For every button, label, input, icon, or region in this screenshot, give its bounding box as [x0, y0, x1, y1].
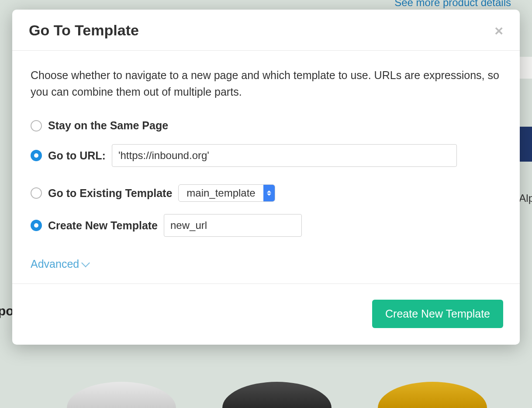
bg-text: po [0, 304, 14, 318]
option-label: Stay on the Same Page [48, 119, 168, 132]
radio-url[interactable] [31, 150, 42, 161]
template-select[interactable]: main_template [178, 184, 275, 202]
select-stepper-icon[interactable] [263, 185, 275, 201]
option-stay-same-page[interactable]: Stay on the Same Page [31, 119, 501, 132]
option-label: Go to Existing Template [48, 187, 172, 200]
radio-existing[interactable] [31, 187, 42, 199]
chevron-down-icon [81, 259, 90, 267]
modal-title: Go To Template [29, 22, 139, 39]
option-go-to-url: Go to URL: [31, 144, 501, 167]
product-details-link[interactable]: See more product details [394, 0, 511, 9]
modal-body: Choose whether to navigate to a new page… [12, 51, 520, 284]
option-existing-template: Go to Existing Template main_template [31, 184, 501, 202]
modal-footer: Create New Template [12, 284, 520, 345]
bg-decoration [0, 382, 532, 408]
new-template-name-input[interactable] [164, 214, 302, 237]
radio-stay[interactable] [31, 120, 42, 131]
option-create-template: Create New Template [31, 214, 501, 237]
modal-description: Choose whether to navigate to a new page… [31, 67, 501, 100]
url-input[interactable] [112, 144, 457, 167]
modal-header: Go To Template × [12, 10, 520, 51]
close-icon[interactable]: × [494, 23, 503, 38]
option-label: Create New Template [48, 219, 158, 232]
go-to-template-modal: Go To Template × Choose whether to navig… [12, 10, 520, 345]
option-label: Go to URL: [48, 149, 106, 162]
radio-create[interactable] [31, 220, 42, 231]
create-new-template-button[interactable]: Create New Template [372, 300, 503, 328]
select-value: main_template [179, 185, 263, 201]
advanced-toggle[interactable]: Advanced [31, 258, 501, 270]
advanced-label: Advanced [31, 258, 79, 270]
bg-text: Alp [519, 192, 532, 204]
